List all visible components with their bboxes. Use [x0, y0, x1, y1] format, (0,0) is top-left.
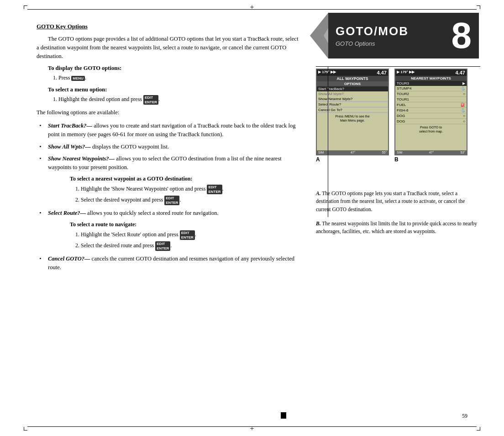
screens-row: ▶ 179° ▶▶ 4.47 ALL WAYPOINTS OPTIONS Sta…: [316, 69, 480, 163]
options-intro: The following options are available:: [37, 108, 301, 117]
black-square: [281, 412, 286, 419]
screen-b-title: NEAREST WAYPOINTS: [395, 76, 467, 81]
select-route-heading: To select a route to navigate:: [70, 220, 301, 229]
corner-tl: [24, 5, 27, 9]
screen-b-item6: FISH-6⚓: [395, 108, 467, 113]
corner-tr: [477, 5, 480, 9]
menu-key: MENU: [71, 76, 85, 81]
nearest-wp-heading: To select a nearest waypoint as a GOTO d…: [70, 175, 301, 183]
enter-key-3: EDITENTER: [180, 230, 195, 240]
corner-br: [477, 427, 480, 431]
section-header-title: GOTO/MOB: [336, 24, 409, 38]
nearest-wp-step1: 1. Highlight the 'Show Nearest Waypoints…: [75, 185, 301, 194]
section-title: GOTO Key Options: [37, 23, 301, 30]
select-route-step2: 2. Select the desired route and press ED…: [75, 241, 301, 251]
center-mark-top: [250, 4, 254, 11]
display-step: 1. Press MENU.: [53, 74, 301, 82]
bullet-show-all: Show All Wpts?— displays the GOTO waypoi…: [37, 143, 301, 151]
select-step: 1. Highlight the desired option and pres…: [53, 95, 301, 105]
caption-b-text: The nearest waypoints list limits the li…: [316, 221, 477, 234]
intro-text: The GOTO options page provides a list of…: [37, 35, 301, 60]
enter-key-4: EDITENTER: [155, 241, 170, 251]
screen-b-note: Press GOTO toselect from map.: [395, 124, 467, 134]
captions-area: A. The GOTO options page lets you start …: [316, 190, 480, 235]
vertical-divider: [328, 66, 328, 217]
bullet-cancel-goto: Cancel GOTO?— cancels the current GOTO d…: [37, 255, 301, 272]
screen-b-item3: TOUR2○: [395, 91, 467, 97]
enter-key-1: EDITENTER: [207, 185, 222, 194]
select-route-step1: 1. Highlight the 'Select Route' option a…: [75, 230, 301, 240]
screen-b-item4: TOUR1: [395, 97, 467, 102]
section-header-left: GOTO/MOB GOTO Options: [336, 24, 409, 47]
bullet-select-route: Select Route?— allows you to quickly sel…: [37, 209, 301, 251]
screen-b-wrapper: ▶ 179° ▶▶ 4.47 NEAREST WAYPOINTS TOUR3▶ …: [394, 69, 467, 163]
main-content: GOTO Key Options The GOTO options page p…: [37, 23, 301, 276]
caption-b: B. The nearest waypoints list limits the…: [316, 220, 480, 236]
section-number: 8: [452, 17, 472, 54]
screen-b-label: B: [394, 156, 467, 163]
screen-b-header: ▶ 179° ▶▶ 4.47: [395, 69, 467, 76]
bullet-tracback: Start TracBack?— allows you to create an…: [37, 122, 301, 139]
screen-b: ▶ 179° ▶▶ 4.47 NEAREST WAYPOINTS TOUR3▶ …: [394, 69, 467, 155]
screen-b-item7: DOG○: [395, 113, 467, 119]
enter-key-2: EDITENTER: [164, 196, 179, 205]
screen-a-label: A: [316, 156, 389, 163]
enter-key: EDITENTER: [143, 95, 158, 105]
screen-b-item8: DOG○: [395, 119, 467, 124]
screen-a-wrapper: ▶ 179° ▶▶ 4.47 ALL WAYPOINTS OPTIONS Sta…: [316, 69, 389, 163]
screen-b-item1: TOUR3▶: [395, 81, 467, 86]
caption-a: A. The GOTO options page lets you start …: [316, 190, 480, 213]
center-mark-bottom: [250, 425, 254, 432]
caption-a-text: The GOTO options page lets you start a T…: [316, 191, 465, 212]
section-header-subtitle: GOTO Options: [336, 40, 409, 47]
display-heading: To display the GOTO options:: [48, 65, 301, 72]
select-heading: To select a menu option:: [48, 86, 301, 93]
page-number: 59: [462, 413, 467, 420]
gps-screens-area: ▶ 179° ▶▶ 4.47 ALL WAYPOINTS OPTIONS Sta…: [316, 66, 480, 163]
section-header: GOTO/MOB GOTO Options 8: [328, 13, 479, 58]
corner-bl: [24, 427, 27, 431]
screen-a: ▶ 179° ▶▶ 4.47 ALL WAYPOINTS OPTIONS Sta…: [316, 69, 389, 155]
caption-a-label: A.: [316, 191, 321, 196]
bullet-show-nearest: Show Nearest Waypoints?— allows you to s…: [37, 154, 301, 205]
nearest-wp-step2: 2. Select the desired waypoint and press…: [75, 196, 301, 205]
screen-b-item5: FUEL⛽: [395, 102, 467, 108]
screen-b-bottom: SIM 47° 53°: [395, 150, 467, 154]
divider-line: [316, 66, 480, 67]
caption-b-label: B.: [316, 221, 321, 226]
screen-b-item2: STUMP4⚓: [395, 86, 467, 91]
